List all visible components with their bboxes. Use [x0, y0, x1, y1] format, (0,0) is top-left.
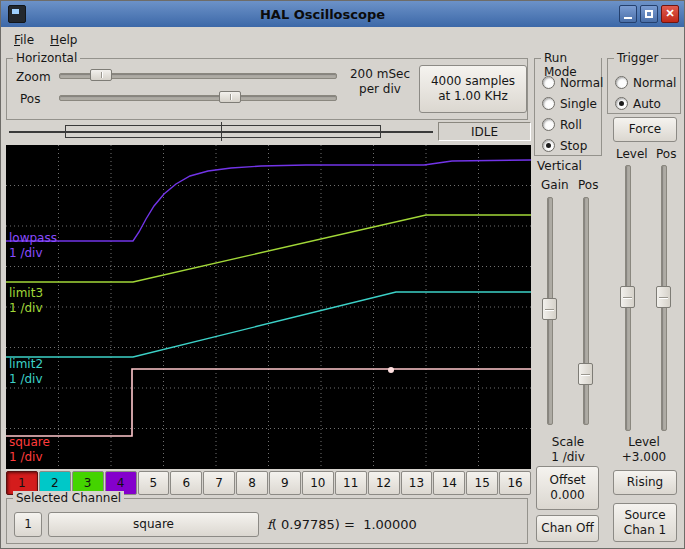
channel-value-readout: f( 0.97785) = 1.00000: [267, 517, 417, 532]
menubar: File Help: [2, 28, 683, 51]
channel-button-5[interactable]: 5: [138, 471, 170, 495]
status-text: IDLE: [471, 125, 498, 139]
trigger-level-slider[interactable]: [620, 163, 635, 433]
trigger-section: Trigger NormalAuto: [607, 58, 681, 114]
radio-auto[interactable]: Auto: [615, 96, 676, 111]
run-mode-section: Run Mode NormalSingleRollStop: [534, 58, 602, 156]
force-button[interactable]: Force: [613, 117, 677, 142]
offset-value: 0.000: [550, 488, 584, 503]
radio-icon: [542, 118, 555, 131]
selected-channel-legend: Selected Channel: [13, 491, 124, 505]
radio-stop[interactable]: Stop: [542, 138, 603, 153]
record-position-tick: [221, 122, 222, 141]
selected-channel-name-button[interactable]: square: [48, 512, 259, 537]
app-window: HAL Oscilloscope File Help Horizontal Zo…: [0, 0, 685, 549]
zoom-label: Zoom: [16, 70, 51, 84]
horizontal-pos-slider-track[interactable]: [59, 95, 337, 101]
channel-button-15[interactable]: 15: [466, 471, 498, 495]
time-per-div-value: 200 mSec: [343, 67, 417, 82]
trigger-pos-label: Pos: [656, 147, 676, 161]
close-button[interactable]: [661, 5, 679, 23]
offset-button[interactable]: Offset 0.000: [536, 466, 599, 510]
channel-button-13[interactable]: 13: [401, 471, 433, 495]
vertical-pos-slider-track[interactable]: [583, 197, 589, 425]
radio-roll[interactable]: Roll: [542, 117, 603, 132]
radio-label: Normal: [560, 76, 603, 90]
radio-label: Auto: [633, 97, 661, 111]
samples-line2: at 1.00 KHz: [438, 89, 508, 104]
radio-icon: [542, 139, 555, 152]
status-box: IDLE: [438, 122, 531, 141]
vertical-pos-slider[interactable]: [578, 195, 593, 427]
channel-button-6[interactable]: 6: [170, 471, 202, 495]
zoom-slider-handle[interactable]: [90, 69, 112, 81]
channel-button-10[interactable]: 10: [302, 471, 334, 495]
selected-channel-section: Selected Channel 1 square f( 0.97785) = …: [6, 498, 528, 544]
scope-canvas: [6, 145, 531, 469]
scale-value: 1 /div: [534, 450, 602, 464]
rising-button[interactable]: Rising: [613, 470, 677, 495]
channel-button-8[interactable]: 8: [236, 471, 268, 495]
trigger-point-marker: [388, 367, 394, 373]
readout-value: ( 0.97785) = 1.00000: [272, 517, 417, 532]
window-title: HAL Oscilloscope: [26, 7, 619, 22]
maximize-button[interactable]: [640, 5, 658, 23]
time-per-div: 200 mSec per div: [343, 67, 417, 97]
trigger-source-button[interactable]: Source Chan 1: [613, 503, 677, 542]
trigger-level-slider-handle[interactable]: [620, 286, 635, 308]
source-label: Source: [624, 508, 665, 523]
time-per-div-unit: per div: [343, 82, 417, 97]
run-mode-options: NormalSingleRollStop: [535, 69, 603, 153]
radio-label: Roll: [560, 118, 582, 132]
channel-button-11[interactable]: 11: [335, 471, 367, 495]
channel-button-16[interactable]: 16: [499, 471, 531, 495]
horizontal-legend: Horizontal: [13, 51, 80, 65]
samples-line1: 4000 samples: [431, 74, 515, 89]
radio-label: Stop: [560, 139, 587, 153]
trigger-options: NormalAuto: [608, 69, 676, 111]
channel-button-14[interactable]: 14: [433, 471, 465, 495]
scale-heading: Scale: [534, 435, 602, 449]
channel-button-12[interactable]: 12: [368, 471, 400, 495]
horizontal-section: Horizontal Zoom Pos 200 mSec per div 400…: [6, 58, 528, 120]
trigger-pos-slider[interactable]: [656, 163, 671, 433]
menu-file[interactable]: File: [6, 30, 42, 50]
gain-slider[interactable]: [542, 195, 557, 427]
record-window-box[interactable]: [65, 125, 381, 138]
radio-icon: [542, 76, 555, 89]
gain-slider-handle[interactable]: [542, 298, 557, 320]
source-channel: Chan 1: [624, 523, 666, 538]
trigger-legend: Trigger: [614, 51, 661, 65]
chan-off-button[interactable]: Chan Off: [536, 515, 599, 542]
horizontal-pos-slider-handle[interactable]: [219, 91, 241, 103]
offset-label: Offset: [549, 473, 585, 488]
horizontal-pos-label: Pos: [20, 92, 40, 106]
menu-help[interactable]: Help: [42, 30, 85, 50]
radio-normal[interactable]: Normal: [615, 75, 676, 90]
vertical-pos-slider-handle[interactable]: [578, 363, 593, 385]
vertical-section: Vertical Gain Pos Scale 1 /div Offset 0.…: [534, 159, 602, 546]
titlebar: HAL Oscilloscope: [1, 1, 684, 27]
scope-display[interactable]: lowpass1 /divlimit31 /divlimit21 /divsqu…: [6, 145, 531, 469]
window-icon: [8, 5, 26, 23]
trace-lowpass: [6, 160, 531, 241]
trigger-pos-slider-handle[interactable]: [656, 286, 671, 308]
zoom-slider[interactable]: [57, 68, 339, 83]
radio-label: Single: [560, 97, 597, 111]
trigger-level-value: +3.000: [607, 450, 681, 464]
radio-icon: [615, 76, 628, 89]
horizontal-pos-slider[interactable]: [57, 90, 339, 105]
radio-icon: [542, 97, 555, 110]
vertical-heading: Vertical: [537, 159, 582, 173]
samples-button[interactable]: 4000 samples at 1.00 KHz: [419, 65, 527, 113]
channel-button-9[interactable]: 9: [269, 471, 301, 495]
channel-button-7[interactable]: 7: [203, 471, 235, 495]
trigger-level-heading: Level: [607, 435, 681, 449]
radio-single[interactable]: Single: [542, 96, 603, 111]
trigger-level-label: Level: [616, 147, 648, 161]
selected-channel-number-button[interactable]: 1: [14, 512, 42, 537]
minimize-button[interactable]: [619, 5, 637, 23]
vertical-pos-label: Pos: [578, 178, 598, 192]
gain-label: Gain: [541, 178, 569, 192]
radio-normal[interactable]: Normal: [542, 75, 603, 90]
